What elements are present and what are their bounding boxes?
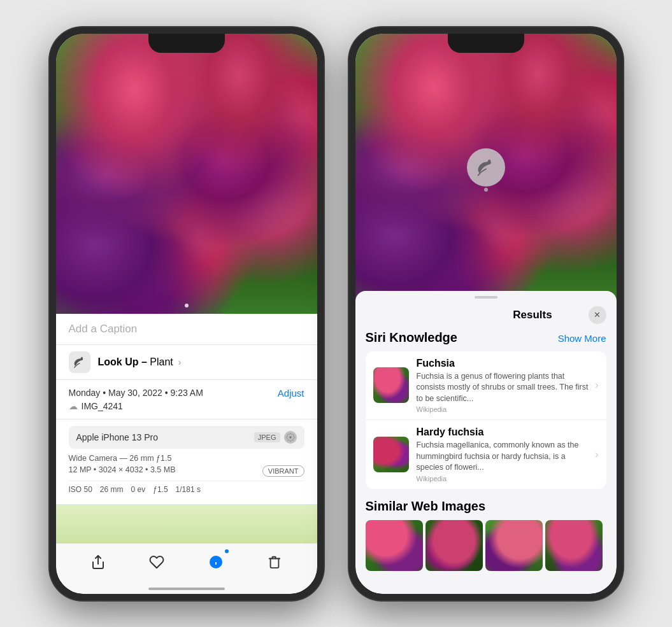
show-more-btn[interactable]: Show More — [558, 333, 606, 344]
fuchsia-title: Fuchsia — [417, 358, 590, 369]
caption-placeholder[interactable]: Add a Caption — [69, 323, 138, 335]
close-button[interactable]: ✕ — [589, 306, 606, 324]
caption-area[interactable]: Add a Caption — [56, 314, 317, 345]
silent-switch — [50, 104, 50, 123]
meta-filename-row: ☁ IMG_4241 — [69, 401, 304, 411]
siri-knowledge-header: Siri Knowledge Show More — [366, 330, 606, 345]
results-sheet: Results ✕ Siri Knowledge Show More — [355, 291, 617, 594]
home-indicator-left — [148, 588, 225, 590]
photo-area-right — [355, 34, 617, 301]
hardy-desc: Fuchsia magellanica, commonly known as t… — [417, 440, 590, 474]
lookup-subject: Plant — [150, 356, 173, 367]
exif-focal: 26 mm — [100, 485, 124, 494]
mp-detail: 12 MP • 3024 × 4032 • 3.5 MB — [69, 465, 176, 474]
phones-container: Add a Caption Look Up – Plant › Monday •… — [50, 27, 623, 600]
thumb-hardy — [373, 437, 409, 472]
left-screen: Add a Caption Look Up – Plant › Monday •… — [56, 34, 317, 594]
hardy-title: Hardy fuchsia — [417, 426, 590, 438]
meta-date-row: Monday • May 30, 2022 • 9:23 AM Adjust — [69, 388, 304, 398]
sheet-content: Siri Knowledge Show More Fuchsia — [355, 330, 617, 594]
exif-iso: ISO 50 — [69, 485, 92, 494]
similar-img-1[interactable] — [366, 520, 423, 571]
cloud-icon: ☁ — [69, 401, 78, 411]
leaf-icon — [73, 356, 86, 369]
similar-img-2[interactable] — [425, 520, 483, 571]
similar-img-3[interactable] — [485, 520, 543, 571]
left-phone: Add a Caption Look Up – Plant › Monday •… — [50, 27, 324, 600]
jpeg-badge: JPEG — [254, 432, 280, 442]
knowledge-item-hardy[interactable]: Hardy fuchsia Fuchsia magellanica, commo… — [366, 420, 606, 489]
similar-title: Similar Web Images — [366, 499, 606, 514]
thumb-fuchsia — [373, 367, 409, 403]
sheet-handle[interactable] — [475, 296, 497, 299]
vibrant-row: 12 MP • 3024 × 4032 • 3.5 MB VIBRANT — [69, 465, 304, 477]
exif-aperture: ƒ1.5 — [153, 485, 168, 494]
toolbar — [56, 543, 317, 594]
similar-images-row[interactable] — [366, 520, 606, 571]
right-phone: Results ✕ Siri Knowledge Show More — [349, 27, 623, 600]
svg-point-0 — [289, 436, 292, 439]
volume-up-btn[interactable] — [50, 129, 50, 161]
power-btn-right[interactable] — [622, 145, 623, 196]
page-indicator — [185, 304, 189, 307]
volume-up-btn-right[interactable] — [349, 129, 350, 161]
meta-date: Monday • May 30, 2022 • 9:23 AM — [69, 388, 203, 398]
siri-bubble — [467, 148, 505, 187]
fuchsia-desc: Fuchsia is a genus of flowering plants t… — [417, 371, 590, 405]
device-section: Apple iPhone 13 Pro JPEG Wide Camera — 2… — [56, 419, 317, 505]
lookup-row[interactable]: Look Up – Plant › — [56, 345, 317, 380]
camera-detail: Wide Camera — 26 mm ƒ1.5 — [69, 454, 304, 463]
knowledge-card: Fuchsia Fuchsia is a genus of flowering … — [366, 351, 606, 489]
meta-section: Monday • May 30, 2022 • 9:23 AM Adjust ☁… — [56, 380, 317, 419]
fuchsia-chevron: › — [595, 379, 598, 391]
silent-switch-right — [349, 104, 350, 123]
volume-down-btn[interactable] — [50, 171, 50, 202]
siri-knowledge-title: Siri Knowledge — [366, 330, 457, 345]
hardy-info: Hardy fuchsia Fuchsia magellanica, commo… — [417, 426, 590, 483]
sheet-title: Results — [477, 309, 589, 321]
fuchsia-source: Wikipedia — [417, 405, 590, 413]
share-button[interactable] — [85, 549, 111, 575]
flower-image — [56, 34, 317, 314]
similar-img-4[interactable] — [545, 520, 603, 571]
fuchsia-info: Fuchsia Fuchsia is a genus of flowering … — [417, 358, 590, 414]
exif-row: ISO 50 26 mm 0 ev ƒ1.5 1/181 s — [69, 481, 304, 498]
device-badges: JPEG — [254, 431, 297, 444]
hardy-chevron: › — [595, 449, 598, 460]
notch-right — [448, 34, 524, 53]
power-btn[interactable] — [323, 145, 324, 196]
exif-ev: 0 ev — [131, 485, 146, 494]
right-screen: Results ✕ Siri Knowledge Show More — [355, 34, 617, 594]
similar-section: Similar Web Images — [366, 499, 606, 571]
sheet-header: Results ✕ — [355, 301, 617, 330]
knowledge-item-fuchsia[interactable]: Fuchsia Fuchsia is a genus of flowering … — [366, 351, 606, 421]
hardy-source: Wikipedia — [417, 475, 590, 483]
siri-dot — [484, 188, 488, 192]
info-button[interactable] — [203, 549, 229, 575]
lookup-chevron: › — [176, 357, 182, 367]
volume-down-btn-right[interactable] — [349, 171, 350, 202]
adjust-button[interactable]: Adjust — [278, 388, 304, 398]
thumb-fuchsia-img — [373, 367, 409, 403]
trash-button[interactable] — [262, 549, 287, 575]
notch — [148, 34, 225, 53]
device-name: Apple iPhone 13 Pro — [76, 432, 158, 442]
lookup-text: Look Up – Plant › — [98, 356, 182, 368]
device-row: Apple iPhone 13 Pro JPEG — [69, 426, 304, 449]
vibrant-badge: VIBRANT — [262, 465, 304, 477]
lookup-label: Look Up – — [98, 356, 150, 367]
thumb-hardy-img — [373, 437, 409, 472]
right-screen-content: Results ✕ Siri Knowledge Show More — [355, 34, 617, 594]
photo-area-left[interactable] — [56, 34, 317, 314]
exif-shutter: 1/181 s — [176, 485, 201, 494]
lookup-icon-container — [69, 351, 90, 373]
gear-icon — [284, 431, 297, 444]
meta-filename: IMG_4241 — [82, 401, 123, 411]
heart-button[interactable] — [144, 549, 169, 575]
